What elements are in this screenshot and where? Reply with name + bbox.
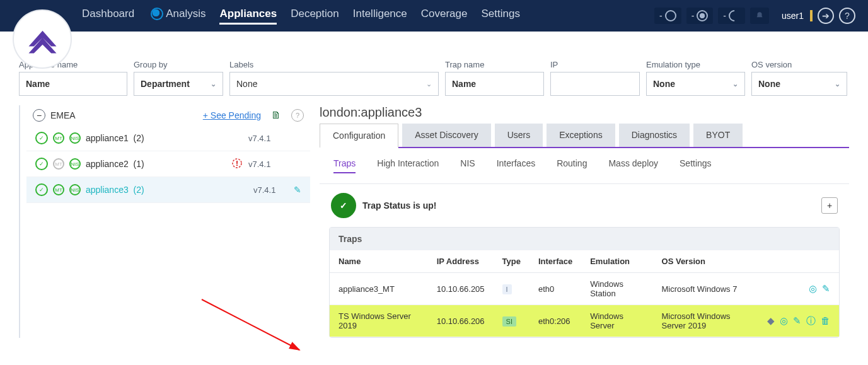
labels-select[interactable]: None⌄ <box>229 72 439 96</box>
appliance-row[interactable]: ✓ MT NIS appliance1 (2) v7.4.1 <box>26 125 310 151</box>
nav-analysis[interactable]: Analysis <box>148 8 205 25</box>
badge-mt-icon: MT <box>53 158 64 170</box>
nav-settings[interactable]: Settings <box>481 8 519 25</box>
chevron-down-icon: ⌄ <box>732 80 738 88</box>
info-icon[interactable]: ? <box>291 109 304 122</box>
target-icon[interactable]: ◎ <box>780 315 788 327</box>
svg-rect-1 <box>236 161 238 164</box>
col-type[interactable]: Type <box>494 250 529 273</box>
edit-icon[interactable]: ✎ <box>793 315 801 327</box>
nav-dashboard[interactable]: Dashboard <box>82 8 134 25</box>
detail-title: london:appliance3 <box>320 105 849 120</box>
circle-icon <box>665 10 676 21</box>
filter-bar: Appliance nameName Group byDepartment⌄ L… <box>0 32 868 105</box>
logout-button[interactable]: ➔ <box>818 8 834 24</box>
svg-rect-2 <box>236 165 238 166</box>
type-badge: I <box>502 284 512 294</box>
subtab-routing[interactable]: Routing <box>557 158 587 173</box>
ip-input[interactable] <box>550 72 640 96</box>
info-icon[interactable]: ⓘ <box>806 315 816 327</box>
emulation-select[interactable]: None⌄ <box>646 72 745 96</box>
trap-name-input[interactable]: Name <box>445 72 544 96</box>
partial-circle-icon <box>726 8 742 23</box>
dot-circle-icon <box>697 10 708 21</box>
collapse-button[interactable]: − <box>33 109 45 122</box>
tab-users[interactable]: Users <box>495 124 543 147</box>
nav-appliances[interactable]: Appliances <box>219 8 277 25</box>
nav-deception[interactable]: Deception <box>291 8 339 25</box>
tag-icon[interactable]: ◆ <box>767 315 775 327</box>
tab-diagnostics[interactable]: Diagnostics <box>619 124 690 147</box>
add-trap-button[interactable]: + <box>821 197 838 214</box>
status-pill-3[interactable]: - <box>718 8 745 24</box>
brand-logo <box>13 9 72 69</box>
traps-section-header: Traps <box>330 228 839 250</box>
status-up-icon: ✓ <box>331 193 356 218</box>
badge-nis-icon: NIS <box>69 184 81 195</box>
detail-panel: london:appliance3 Configuration Asset Di… <box>310 105 849 338</box>
appliance-name-input[interactable]: Name <box>19 72 127 96</box>
appliance-row-selected[interactable]: ✓ MT NIS appliance3 (2) v7.4.1 ✎ <box>26 177 310 203</box>
badge-mt-icon: MT <box>53 184 64 195</box>
trap-row-highlighted[interactable]: TS Windows Server 2019 10.10.66.206 SI e… <box>330 305 839 337</box>
target-icon[interactable]: ◎ <box>809 283 817 294</box>
badge-nis-icon: NIS <box>69 158 81 170</box>
filter-label: OS version <box>751 60 847 69</box>
top-nav-bar: Dashboard Analysis Appliances Deception … <box>0 0 868 32</box>
nav-coverage[interactable]: Coverage <box>421 8 468 25</box>
help-button[interactable]: ? <box>839 8 855 24</box>
status-text: Trap Status is up! <box>362 200 436 211</box>
filter-label: Group by <box>134 60 223 69</box>
filter-label: Labels <box>229 60 439 69</box>
chevron-down-icon: ⌄ <box>426 80 432 88</box>
edit-icon[interactable]: ✎ <box>294 185 301 195</box>
col-emulation[interactable]: Emulation <box>581 250 652 273</box>
col-os[interactable]: OS Version <box>653 250 758 273</box>
delete-icon[interactable]: 🗑 <box>821 315 830 327</box>
subtab-interfaces[interactable]: Interfaces <box>497 158 535 173</box>
badge-nis-icon: NIS <box>69 132 81 144</box>
tab-asset-discovery[interactable]: Asset Discovery <box>402 124 490 147</box>
os-select[interactable]: None⌄ <box>751 72 847 96</box>
subtab-settings[interactable]: Settings <box>680 158 712 173</box>
status-ok-icon: ✓ <box>35 183 48 196</box>
subtab-nis[interactable]: NIS <box>460 158 475 173</box>
analysis-ring-icon <box>151 8 163 20</box>
status-pill-1[interactable]: - <box>654 8 681 24</box>
trap-row[interactable]: appliance3_MT 10.10.66.205 I eth0 Window… <box>330 273 839 305</box>
group-name: EMEA <box>50 110 76 120</box>
group-by-select[interactable]: Department⌄ <box>134 72 223 96</box>
badge-mt-icon: MT <box>53 132 64 144</box>
export-excel-icon[interactable]: 🗎 <box>271 110 281 121</box>
subtab-mass-deploy[interactable]: Mass deploy <box>608 158 658 173</box>
chevron-down-icon: ⌄ <box>211 80 216 88</box>
appliance-tree: − EMEA + See Pending 🗎 ? ✓ MT NIS applia… <box>19 105 310 338</box>
notifications-button[interactable] <box>750 8 769 24</box>
status-pill-2[interactable]: - <box>686 8 714 24</box>
type-badge: SI <box>502 316 516 327</box>
tab-byot[interactable]: BYOT <box>693 124 743 147</box>
see-pending-link[interactable]: + See Pending <box>203 110 261 120</box>
appliance-row[interactable]: ✓ MT NIS appliance2 (1) v7.4.1 <box>26 151 310 177</box>
filter-label: Trap name <box>445 60 544 69</box>
tab-exceptions[interactable]: Exceptions <box>547 124 615 147</box>
chevron-down-icon: ⌄ <box>835 80 840 88</box>
status-ok-icon: ✓ <box>35 132 48 144</box>
filter-label: Emulation type <box>646 60 745 69</box>
user-label[interactable]: user1 <box>782 11 804 21</box>
col-ip[interactable]: IP Address <box>428 250 494 273</box>
col-interface[interactable]: Interface <box>529 250 581 273</box>
filter-label: IP <box>550 60 640 69</box>
subtab-high-interaction[interactable]: High Interaction <box>377 158 439 173</box>
tab-configuration[interactable]: Configuration <box>320 124 398 148</box>
edit-icon[interactable]: ✎ <box>822 283 830 294</box>
nav-intelligence[interactable]: Intelligence <box>353 8 407 25</box>
traps-table: Name IP Address Type Interface Emulation… <box>330 250 839 337</box>
user-divider-icon <box>810 10 813 21</box>
subtab-traps[interactable]: Traps <box>333 158 356 173</box>
warning-icon <box>232 158 243 170</box>
col-name[interactable]: Name <box>330 250 428 273</box>
status-ok-icon: ✓ <box>35 158 48 170</box>
